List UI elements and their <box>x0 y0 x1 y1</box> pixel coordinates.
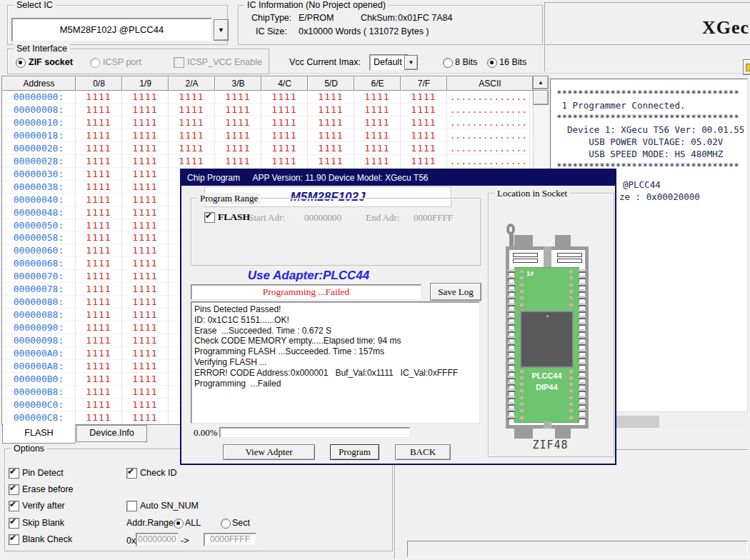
hex-cell: 1111 <box>76 270 122 283</box>
erase-before-label: Erase before <box>22 484 74 494</box>
hex-cell: 1111 <box>76 129 122 142</box>
divider <box>395 449 396 559</box>
end-adr-label: End Adr: <box>366 212 399 224</box>
ic-select-dropdown-button[interactable]: ▼ <box>214 19 229 41</box>
verify-after-checkbox[interactable]: ✔ <box>9 501 19 511</box>
ic-select-combobox[interactable]: M5M28F102J @PLCC44 <box>11 18 212 41</box>
clipped-toolbar-button[interactable] <box>743 59 750 75</box>
address-cell: 00000098: <box>2 334 76 347</box>
hex-cell: 1111 <box>122 181 169 194</box>
hex-cell: 1111 <box>76 257 122 270</box>
address-cell: 000000C0: <box>2 399 76 411</box>
column-header: 2/A <box>169 76 215 91</box>
app-window: XGec Select IC M5M28F102J @PLCC44 ▼ IC I… <box>0 0 750 560</box>
tab-device-info[interactable]: Device.Info <box>76 425 147 442</box>
range-to-input[interactable]: 0000FFFF <box>204 533 256 546</box>
hex-cell: 1111 <box>401 129 447 142</box>
view-adapter-button[interactable]: View Adpter <box>223 444 315 460</box>
address-cell: 00000010: <box>2 116 76 129</box>
check-id-checkbox[interactable]: ✔ <box>126 468 137 479</box>
adapter-pins <box>579 269 586 422</box>
ascii-cell: ................ <box>447 91 530 104</box>
ascii-cell: ................ <box>447 104 530 116</box>
program-button[interactable]: Program <box>330 444 379 460</box>
console-fragment: ze : 0x00020000 <box>619 191 700 202</box>
column-header: 5/D <box>308 76 354 91</box>
hex-cell: 1111 <box>122 116 169 129</box>
hex-cell: 1111 <box>308 142 354 155</box>
hex-cell: 1111 <box>76 219 122 232</box>
address-cell: 00000020: <box>2 142 76 155</box>
column-header: 3/B <box>215 76 261 91</box>
hex-cell: 1111 <box>261 129 308 142</box>
chip-program-dialog: Chip Program APP Version: 11.90 Device M… <box>180 169 616 465</box>
range-from-input[interactable]: 00000000 <box>136 533 179 546</box>
hex-cell: 1111 <box>261 104 308 116</box>
hex-cell: 1111 <box>215 91 261 104</box>
pin-detect-checkbox[interactable]: ✔ <box>9 468 19 479</box>
save-log-button[interactable]: Save Log <box>430 283 481 301</box>
address-cell: 00000078: <box>2 283 76 296</box>
chip-type-label: ChipType: <box>251 13 291 23</box>
icsp-port-radio[interactable] <box>90 58 100 68</box>
flash-range-checkbox[interactable]: ✔ <box>204 212 215 223</box>
addr-range-label: Addr.Range: <box>126 518 176 528</box>
pin-detect-label: Pin Detect <box>22 468 64 478</box>
address-cell: 00000090: <box>2 321 76 334</box>
hex-cell: 1111 <box>76 206 122 219</box>
address-cell: 00000088: <box>2 309 76 321</box>
check-icon: ✔ <box>9 466 16 476</box>
bits16-label: 16 Bits <box>499 57 526 67</box>
chip-pin1-dot <box>546 315 549 317</box>
hex-cell: 1111 <box>215 116 261 129</box>
hex-cell: 1111 <box>122 194 169 206</box>
check-icon: ✔ <box>9 516 16 526</box>
hex-cell: 1111 <box>76 360 122 373</box>
icsp-vcc-label: ICSP_VCC Enable <box>187 57 262 67</box>
blank-check-checkbox[interactable]: ✔ <box>9 534 19 545</box>
select-ic-label: Select IC <box>14 0 56 10</box>
column-header: 4/C <box>261 76 308 91</box>
bits8-radio[interactable] <box>443 58 453 68</box>
adapter-note: Use Adapter:PLCC44 <box>216 269 401 283</box>
erase-before-checkbox[interactable]: ✔ <box>9 484 19 495</box>
back-button[interactable]: BACK <box>395 444 451 460</box>
hex-cell: 1111 <box>308 91 354 104</box>
tab-flash[interactable]: FLASH <box>2 424 76 444</box>
end-adr-value: 0000FFFF <box>414 212 453 224</box>
hex-cell: 1111 <box>169 155 215 168</box>
hex-cell: 1111 <box>122 373 169 386</box>
hex-cell: 1111 <box>308 116 354 129</box>
divider <box>270 73 750 74</box>
hex-cell: 1111 <box>122 321 169 334</box>
hex-cell: 1111 <box>76 231 122 244</box>
vcc-imax-dropdown-button[interactable]: ▼ <box>404 55 418 70</box>
bits16-radio[interactable] <box>487 58 497 68</box>
verify-after-label: Verify after <box>22 501 65 511</box>
hex-cell: 1111 <box>122 309 169 321</box>
skip-blank-checkbox[interactable]: ✔ <box>9 518 19 529</box>
socket-tab <box>514 429 533 439</box>
hex-cell: 1111 <box>261 116 308 129</box>
hex-cell: 1111 <box>122 334 169 347</box>
chksum-value: 0x01FC 7A84 <box>398 13 452 23</box>
auto-sn-checkbox[interactable] <box>126 501 137 511</box>
zif-socket-radio[interactable] <box>16 58 26 68</box>
dialog-title-bar[interactable]: Chip Program APP Version: 11.90 Device M… <box>181 170 615 186</box>
console-fragment: @PLCC44 <box>623 179 661 190</box>
hex-cell: 1111 <box>122 283 169 296</box>
auto-sn-label: Auto SN_NUM <box>140 501 199 511</box>
xgecu-logo: XGec <box>702 17 750 41</box>
address-cell: 00000050: <box>2 219 76 232</box>
icsp-vcc-checkbox[interactable] <box>174 57 184 68</box>
vcc-imax-select[interactable]: Default <box>369 54 409 71</box>
address-cell: 00000000: <box>2 91 76 104</box>
addr-range-sect-radio[interactable] <box>221 519 231 529</box>
dialog-status-text: Programming ...Failed <box>191 284 421 300</box>
hex-cell: 1111 <box>76 91 122 104</box>
scrollbar-up-button[interactable]: ▲ <box>533 76 549 89</box>
addr-range-all-radio[interactable] <box>174 519 184 529</box>
address-cell: 00000060: <box>2 244 76 257</box>
socket-tab <box>514 235 533 246</box>
scrollbar-thumb[interactable] <box>533 90 549 105</box>
